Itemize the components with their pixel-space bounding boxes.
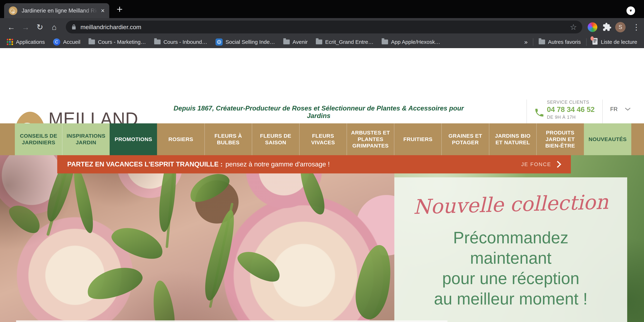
- divider: [586, 38, 586, 46]
- window-control-icon[interactable]: ▼: [626, 6, 635, 15]
- color-wheel-extension-icon[interactable]: [588, 22, 597, 32]
- site-tagline: Depuis 1867, Créateur-Producteur de Rose…: [170, 104, 467, 120]
- compass-icon: [216, 38, 223, 46]
- bookmark-applications[interactable]: Applications: [7, 39, 45, 45]
- service-phone-number[interactable]: 04 78 34 46 52: [547, 106, 595, 114]
- banner-bold-text: PARTEZ EN VACANCES L'ESPRIT TRANQUILLE :: [67, 160, 223, 168]
- reading-list[interactable]: Liste de lecture: [592, 38, 637, 46]
- hero-text-line: au meilleur moment !: [394, 288, 627, 309]
- bookmarks-overflow-icon[interactable]: »: [524, 38, 528, 46]
- hero-promo-panel[interactable]: Nouvelle collection Précommandez mainten…: [394, 177, 627, 322]
- hero-script-title: Nouvelle collection: [394, 190, 628, 219]
- browser-window: Jardinerie en ligne Meilland Ric × + ▼ ←…: [0, 0, 644, 322]
- bookmarks-bar: Applications C Accueil Cours - Marketing…: [0, 36, 644, 48]
- nav-fruitiers[interactable]: FRUITIERS: [394, 123, 442, 155]
- bookmark-social-selling[interactable]: Social Selling Inde…: [216, 38, 275, 46]
- extensions-puzzle-icon[interactable]: [602, 22, 612, 32]
- hero-roses-photo: [0, 155, 394, 322]
- folder-icon: [382, 40, 388, 44]
- back-icon[interactable]: ←: [5, 18, 18, 36]
- browser-tab[interactable]: Jardinerie en ligne Meilland Ric ×: [4, 3, 109, 18]
- divider: [533, 38, 533, 46]
- banner-regular-text: pensez à notre gamme d'arrosage !: [226, 160, 330, 168]
- hero-text-line: maintenant: [394, 248, 627, 268]
- nav-arbustes-et-plantes-grimpantes[interactable]: ARBUSTES ET PLANTES GRIMPANTES: [347, 123, 394, 155]
- bookmark-app-apple-hexosk[interactable]: App Apple/Hexosk…: [382, 39, 440, 45]
- reload-icon[interactable]: ↻: [34, 18, 46, 36]
- site-header: MEILLAND RICHARDIER ROSES & JARDINS Depu…: [0, 48, 644, 123]
- bookmark-cours-inbound[interactable]: Cours - Inbound…: [154, 39, 207, 45]
- tab-strip: Jardinerie en ligne Meilland Ric × + ▼: [0, 0, 644, 18]
- nav-nouveautes[interactable]: NOUVEAUTÉS: [584, 123, 631, 155]
- folder-icon: [316, 40, 322, 44]
- nav-produits-jardin-et-bien-etre[interactable]: PRODUITS JARDIN ET BIEN-ÊTRE: [536, 123, 584, 155]
- nav-jardins-bio-et-naturel[interactable]: JARDINS BIO ET NATUREL: [489, 123, 536, 155]
- menu-kebab-icon[interactable]: ⋮: [631, 18, 642, 36]
- blue-c-icon: C: [53, 38, 60, 46]
- nav-promotions[interactable]: PROMOTIONS: [110, 123, 157, 155]
- customer-service-block: SERVICE CLIENTS 04 78 34 46 52 DE 9H À 1…: [534, 100, 595, 120]
- hero-text-line: pour une réception: [394, 268, 627, 288]
- chevron-right-icon: [556, 161, 561, 168]
- folder-icon: [539, 40, 545, 44]
- url-text[interactable]: meillandrichardier.com: [80, 24, 141, 30]
- divider: [602, 100, 603, 125]
- nav-conseils-de-jardiniers[interactable]: CONSEILS DE JARDINIERS: [15, 123, 62, 155]
- tab-title: Jardinerie en ligne Meilland Ric: [22, 8, 100, 14]
- bookmark-star-icon[interactable]: ☆: [570, 22, 577, 32]
- address-bar[interactable]: meillandrichardier.com ☆: [66, 20, 582, 34]
- language-selector[interactable]: FR: [610, 106, 631, 112]
- bookmark-cours-marketing[interactable]: Cours - Marketing…: [88, 39, 146, 45]
- nav-inspirations-jardin[interactable]: INSPIRATIONS JARDIN: [62, 123, 110, 155]
- language-value: FR: [610, 106, 618, 112]
- other-bookmarks[interactable]: Autres favoris: [539, 39, 581, 45]
- home-icon[interactable]: ⌂: [48, 18, 60, 36]
- nav-fleurs-vivaces[interactable]: FLEURS VIVACES: [300, 123, 347, 155]
- promo-banner[interactable]: PARTEZ EN VACANCES L'ESPRIT TRANQUILLE :…: [57, 155, 571, 174]
- browser-toolbar: ← → ↻ ⌂ meillandrichardier.com ☆ S ⋮: [0, 18, 644, 36]
- tab-close-icon[interactable]: ×: [101, 8, 104, 14]
- lock-icon: [71, 24, 76, 30]
- next-section-edge: [16, 320, 448, 322]
- service-label: SERVICE CLIENTS: [547, 100, 595, 105]
- site-favicon-rose-icon: [9, 6, 17, 15]
- nav-fleurs-a-bulbes[interactable]: FLEURS À BULBES: [204, 123, 252, 155]
- phone-icon: [534, 108, 544, 118]
- main-navigation: CONSEILS DE JARDINIERS INSPIRATIONS JARD…: [0, 123, 644, 155]
- nav-fleurs-de-saison[interactable]: FLEURS DE SAISON: [252, 123, 300, 155]
- bookmark-avenir[interactable]: Avenir: [283, 39, 308, 45]
- folder-icon: [154, 40, 160, 44]
- banner-cta[interactable]: JE FONCE: [521, 161, 561, 168]
- banner-cta-label: JE FONCE: [521, 162, 551, 167]
- service-hours: DE 9H À 17H: [547, 114, 595, 120]
- forward-icon: →: [19, 18, 32, 36]
- hero-section: Nouvelle collection Précommandez mainten…: [0, 155, 644, 322]
- new-tab-icon[interactable]: +: [116, 4, 123, 14]
- profile-avatar[interactable]: S: [615, 22, 626, 32]
- hero-text-line: Précommandez: [394, 228, 627, 248]
- divider: [526, 100, 527, 125]
- reading-list-icon: [592, 38, 598, 46]
- folder-icon: [283, 40, 290, 44]
- bookmark-ecrit-grand-entre[interactable]: Ecrit_Grand Entre…: [316, 39, 374, 45]
- folder-icon: [88, 40, 95, 44]
- apps-grid-icon: [7, 39, 13, 45]
- bookmark-accueil[interactable]: C Accueil: [53, 38, 80, 46]
- nav-rosiers[interactable]: ROSIERS: [157, 123, 204, 155]
- chevron-down-icon: [625, 108, 631, 111]
- nav-graines-et-potager[interactable]: GRAINES ET POTAGER: [442, 123, 489, 155]
